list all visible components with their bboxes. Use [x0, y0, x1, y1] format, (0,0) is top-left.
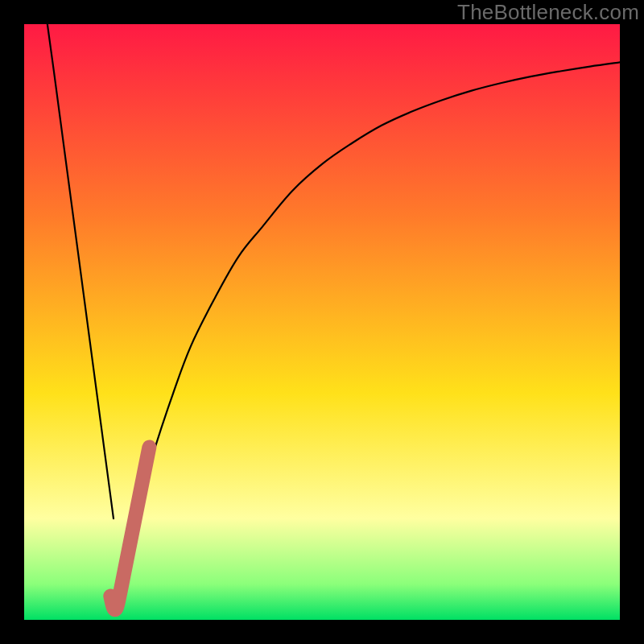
chart-frame: TheBottleneck.com: [0, 0, 644, 644]
gradient-background: [24, 24, 620, 620]
plot-area: [24, 24, 620, 620]
watermark-text: TheBottleneck.com: [457, 0, 639, 25]
bottleneck-chart: [24, 24, 620, 620]
